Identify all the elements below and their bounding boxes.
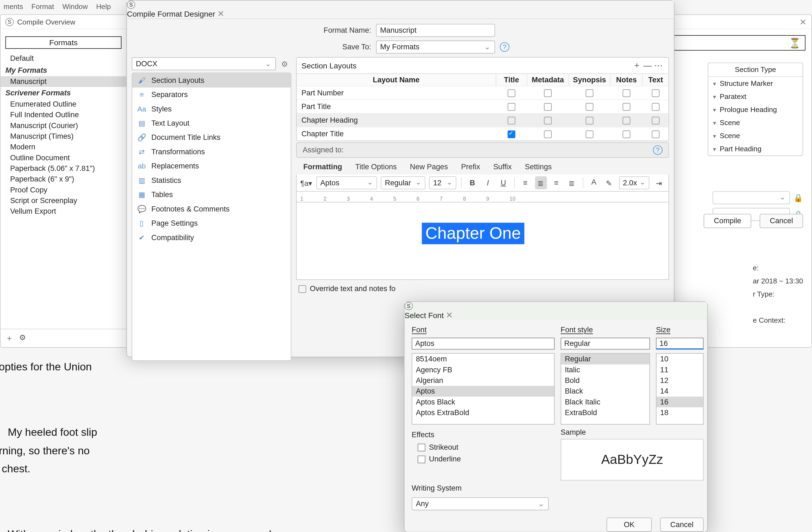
option-compatibility[interactable]: ✔Compatibility [132, 231, 291, 245]
font-input[interactable]: Aptos [412, 338, 555, 350]
text-color-icon[interactable]: A [588, 176, 600, 189]
chapter-one-selection[interactable]: Chapter One [422, 223, 525, 244]
section-type-structure-marker[interactable]: ▾Structure Marker [708, 77, 802, 90]
tab-suffix[interactable]: Suffix [492, 161, 513, 174]
menu-documents[interactable]: ments [3, 2, 23, 11]
font-option[interactable]: Algerian [412, 375, 554, 386]
menu-help[interactable]: Help [96, 2, 111, 11]
checkbox-text[interactable] [651, 130, 659, 138]
checkbox-synopsis[interactable] [585, 89, 593, 97]
tab-formatting[interactable]: Formatting [302, 161, 343, 174]
section-type-scene-2[interactable]: ▾Scene [708, 129, 802, 142]
close-icon[interactable]: ✕ [799, 17, 807, 27]
checkbox-notes[interactable] [622, 116, 630, 124]
row-part-number[interactable]: Part Number [297, 86, 668, 100]
option-text-layout[interactable]: ▤Text Layout [132, 116, 291, 130]
size-input[interactable]: 16 [656, 338, 704, 350]
font-option[interactable]: Aptos Black [412, 397, 554, 407]
help-icon[interactable]: ? [500, 42, 509, 52]
format-vellum-export[interactable]: Vellum Export [1, 206, 126, 217]
close-icon[interactable]: ✕ [446, 310, 453, 320]
writing-system-combo[interactable]: Any [412, 497, 549, 510]
size-option[interactable]: 12 [656, 375, 703, 386]
style-option[interactable]: Black [561, 386, 649, 397]
option-separators[interactable]: ≡Separators [132, 88, 291, 102]
format-modern[interactable]: Modern [1, 142, 126, 152]
option-section-layouts[interactable]: 🖌Section Layouts [132, 73, 291, 88]
remove-layout-icon[interactable]: — [642, 61, 653, 70]
format-options-icon[interactable]: ⚙ [19, 333, 26, 343]
highlight-icon[interactable]: ✎ [604, 176, 615, 189]
format-script-screenplay[interactable]: Script or Screenplay [1, 195, 126, 206]
font-listbox[interactable]: 8514oem Agency FB Algerian Aptos Aptos B… [412, 353, 555, 425]
font-option[interactable]: Aptos [412, 386, 554, 397]
checkbox-metadata[interactable] [544, 116, 551, 124]
style-option[interactable]: Bold [561, 375, 649, 386]
option-tables[interactable]: ▦Tables [132, 188, 291, 202]
font-size-combo[interactable]: 12 [429, 176, 456, 189]
format-proof-copy[interactable]: Proof Copy [1, 184, 126, 195]
align-justify-icon[interactable]: ≣ [566, 176, 578, 189]
col-metadata[interactable]: Metadata [527, 74, 568, 86]
section-type-part-heading[interactable]: ▾Part Heading [708, 142, 802, 156]
add-layout-icon[interactable]: ＋ [632, 60, 642, 71]
checkbox-title[interactable] [507, 103, 515, 110]
underline-checkbox[interactable]: Underline [412, 453, 555, 465]
ok-button[interactable]: OK [606, 518, 652, 532]
tab-title-options[interactable]: Title Options [354, 161, 398, 174]
col-notes[interactable]: Notes [610, 74, 642, 86]
style-option[interactable]: Regular [561, 354, 649, 365]
format-default[interactable]: Default [1, 52, 126, 64]
section-type-prologue-heading[interactable]: ▾Prologue Heading [708, 103, 802, 116]
checkbox-text[interactable] [651, 103, 659, 110]
save-to-combo[interactable]: My Formats [376, 41, 495, 54]
underline-icon[interactable]: U [497, 176, 509, 189]
checkbox-notes[interactable] [622, 103, 630, 110]
font-family-combo[interactable]: Aptos [316, 176, 377, 189]
checkbox-notes[interactable] [622, 130, 630, 138]
format-paperback-506[interactable]: Paperback (5.06" x 7.81") [1, 163, 126, 174]
font-option[interactable]: 8514oem [412, 354, 554, 365]
checkbox-notes[interactable] [622, 89, 630, 97]
checkbox-synopsis[interactable] [585, 116, 593, 124]
checkbox-synopsis[interactable] [585, 103, 593, 110]
col-text[interactable]: Text [642, 74, 668, 86]
section-type-paratext[interactable]: ▾Paratext [708, 90, 802, 103]
add-format-icon[interactable]: ＋ [5, 333, 13, 343]
checkbox-title[interactable] [507, 130, 515, 138]
filetype-combo[interactable]: DOCX [132, 57, 276, 70]
format-preview-editor[interactable]: Chapter One [296, 203, 669, 280]
font-option[interactable]: Aptos ExtraBold [412, 408, 554, 418]
bold-icon[interactable]: B [466, 176, 479, 189]
compile-button[interactable]: Compile [704, 214, 751, 228]
filter-icon[interactable]: ⏳ [789, 38, 801, 49]
tab-new-pages[interactable]: New Pages [409, 161, 449, 174]
gear-icon[interactable]: ⚙ [278, 57, 291, 70]
option-styles[interactable]: AaStyles [132, 102, 291, 116]
checkbox-metadata[interactable] [544, 89, 551, 97]
size-option[interactable]: 14 [656, 386, 703, 397]
checkbox-text[interactable] [651, 116, 659, 124]
font-weight-combo[interactable]: Regular [381, 176, 425, 189]
format-paperback-6x9[interactable]: Paperback (6" x 9") [1, 174, 126, 184]
line-spacing-combo[interactable]: 2.0x [619, 176, 649, 189]
option-page-settings[interactable]: ▯Page Settings [132, 216, 291, 230]
col-synopsis[interactable]: Synopsis [568, 74, 610, 86]
checkbox-title[interactable] [507, 116, 515, 124]
style-option[interactable]: ExtraBold [561, 408, 649, 418]
indent-icon[interactable]: ⇥ [653, 176, 665, 189]
lock-icon[interactable]: 🔒 [794, 193, 803, 202]
style-option[interactable]: Black Italic [561, 397, 649, 407]
format-manuscript-times[interactable]: Manuscript (Times) [1, 131, 126, 142]
help-icon[interactable]: ? [653, 145, 663, 155]
compile-combo-1[interactable] [712, 191, 790, 204]
size-listbox[interactable]: 10 11 12 14 16 18 [656, 353, 704, 425]
format-manuscript-courier[interactable]: Manuscript (Courier) [1, 120, 126, 131]
italic-icon[interactable]: I [482, 176, 494, 189]
menu-window[interactable]: Window [62, 2, 88, 11]
option-replacements[interactable]: abReplacements [132, 159, 291, 173]
checkbox-metadata[interactable] [544, 103, 551, 110]
strikeout-checkbox[interactable]: Strikeout [412, 441, 555, 453]
size-option[interactable]: 18 [656, 408, 703, 418]
font-style-input[interactable]: Regular [561, 338, 650, 350]
